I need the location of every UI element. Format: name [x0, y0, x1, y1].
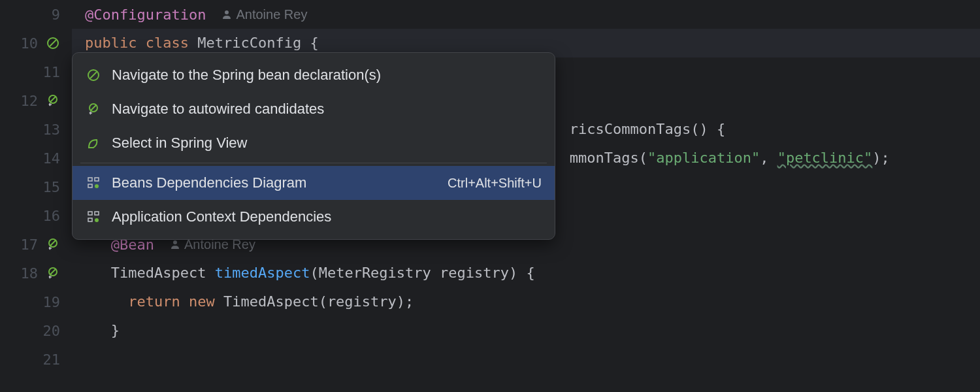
line-number: 21: [34, 351, 60, 368]
diagram-icon: [86, 175, 101, 191]
line-number: 10: [12, 35, 38, 52]
svg-line-5: [50, 240, 56, 246]
line-number: 20: [34, 323, 60, 339]
code-line[interactable]: return new TimedAspect(registry);: [72, 287, 980, 316]
menu-item-navigate-autowired[interactable]: Navigate to autowired candidates: [73, 92, 555, 126]
svg-line-1: [50, 40, 56, 46]
svg-point-8: [225, 10, 229, 14]
line-number: 18: [12, 265, 38, 282]
spring-bean-out-icon[interactable]: [46, 266, 60, 280]
line-number: 19: [34, 294, 60, 310]
line-number: 9: [34, 7, 60, 23]
spring-bean-nav-icon[interactable]: [46, 237, 60, 252]
svg-point-21: [95, 218, 99, 222]
line-number: 16: [34, 208, 60, 224]
svg-line-11: [90, 72, 97, 78]
code-line[interactable]: }: [72, 316, 980, 345]
code-line[interactable]: TimedAspect timedAspect(MeterRegistry re…: [72, 259, 980, 287]
menu-item-label: Navigate to the Spring bean declaration(…: [112, 67, 542, 84]
svg-rect-16: [88, 184, 92, 188]
svg-point-17: [95, 184, 99, 188]
svg-line-13: [91, 105, 96, 110]
svg-point-9: [173, 240, 177, 244]
author-badge[interactable]: Antoine Rey: [221, 0, 307, 29]
menu-item-label: Application Context Dependencies: [112, 208, 542, 225]
menu-item-label: Select in Spring View: [112, 135, 542, 152]
line-number: 12: [12, 93, 38, 109]
spring-leaf-icon: [86, 135, 101, 151]
line-number: 13: [34, 122, 60, 138]
menu-item-navigate-bean-decl[interactable]: Navigate to the Spring bean declaration(…: [73, 58, 555, 92]
menu-item-select-spring-view[interactable]: Select in Spring View: [73, 126, 555, 160]
diagram-icon: [86, 209, 101, 225]
spring-bean-nav-icon[interactable]: [46, 93, 60, 108]
svg-rect-15: [95, 178, 99, 181]
menu-item-shortcut: Ctrl+Alt+Shift+U: [448, 176, 542, 191]
menu-item-label: Beans Dependencies Diagram: [112, 174, 437, 191]
menu-item-beans-diagram[interactable]: Beans Dependencies Diagram Ctrl+Alt+Shif…: [73, 166, 555, 200]
spring-bean-nav-icon: [86, 101, 101, 117]
spring-bean-icon[interactable]: [46, 36, 60, 50]
svg-rect-14: [88, 178, 92, 181]
code-line[interactable]: [72, 345, 980, 374]
menu-item-label: Navigate to autowired candidates: [112, 101, 542, 118]
svg-rect-18: [88, 212, 92, 215]
svg-rect-19: [95, 212, 99, 215]
line-number: 17: [12, 237, 38, 253]
line-number: 15: [34, 179, 60, 195]
line-number: 14: [34, 150, 60, 167]
line-number: 11: [34, 64, 60, 80]
svg-rect-20: [88, 218, 92, 221]
gutter: 9 10 11 12 13 14 15 16 17: [0, 0, 72, 392]
svg-line-7: [50, 269, 56, 274]
author-name: Antoine Rey: [236, 0, 307, 29]
gutter-popup-menu: Navigate to the Spring bean declaration(…: [72, 52, 555, 240]
annotation: @Configuration: [85, 7, 206, 23]
spring-bean-icon: [86, 67, 101, 83]
menu-separator: [80, 163, 547, 163]
svg-line-3: [50, 97, 56, 102]
code-line[interactable]: @ConfigurationAntoine Rey: [72, 0, 980, 29]
menu-item-context-dependencies[interactable]: Application Context Dependencies: [73, 200, 555, 234]
